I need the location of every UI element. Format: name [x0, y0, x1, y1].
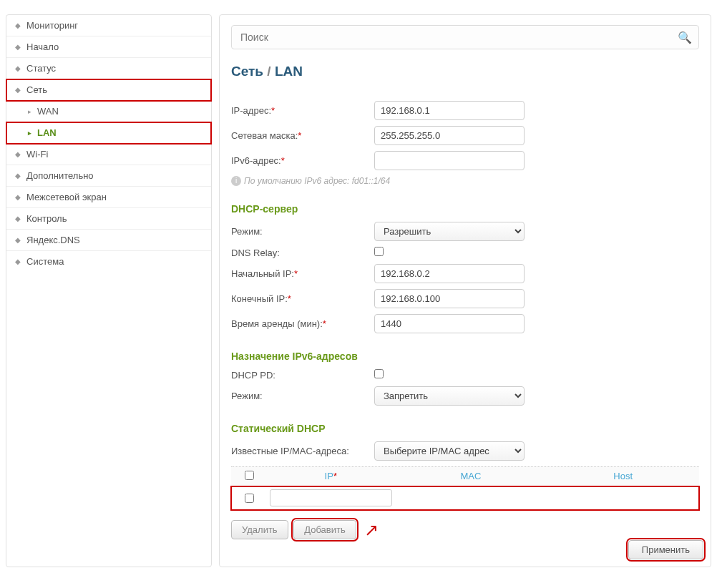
dhcp-pd-label: DHCP PD: — [231, 370, 374, 381]
nav-monitoring[interactable]: ◆Мониторинг — [6, 15, 211, 36]
end-ip-input[interactable] — [374, 289, 525, 308]
row-checkbox[interactable] — [245, 494, 254, 503]
nav-control[interactable]: ◆Контроль — [6, 208, 211, 230]
table-row — [231, 486, 699, 510]
dhcp-title: DHCP-сервер — [231, 203, 699, 215]
dhcp-pd-checkbox[interactable] — [374, 369, 384, 378]
chevron-right-icon: ◆ — [15, 43, 21, 51]
nav-yandex[interactable]: ◆Яндекс.DNS — [6, 230, 211, 251]
chevron-right-icon: ◆ — [15, 64, 21, 72]
ipv6-assign-title: Назначение IPv6-адресов — [231, 351, 699, 362]
dhcp-mode-select[interactable]: Разрешить — [374, 222, 525, 241]
chevron-right-icon: ◆ — [15, 215, 21, 222]
lease-input[interactable] — [374, 314, 525, 333]
nav-firewall[interactable]: ◆Межсетевой экран — [6, 187, 211, 208]
search-input[interactable] — [231, 25, 699, 49]
col-host-header: Host — [547, 467, 699, 486]
dns-relay-checkbox[interactable] — [374, 247, 384, 256]
dns-relay-label: DNS Relay: — [231, 248, 374, 258]
apply-button[interactable]: Применить — [628, 540, 703, 559]
lease-label: Время аренды (мин):* — [231, 318, 374, 329]
end-ip-label: Конечный IP:* — [231, 293, 374, 304]
start-ip-label: Начальный IP:* — [231, 268, 374, 279]
info-icon: i — [231, 176, 241, 186]
ipv6-mode-select[interactable]: Запретить — [374, 386, 525, 406]
breadcrumb: Сеть / LAN — [231, 64, 699, 79]
static-dhcp-title: Статический DHCP — [231, 423, 699, 434]
add-button[interactable]: Добавить — [293, 520, 356, 539]
col-ip-header: IP* — [267, 467, 395, 486]
ipv6-mode-label: Режим: — [231, 391, 374, 401]
col-mac-header: MAC — [395, 467, 547, 486]
ip-label: IP-адрес:* — [231, 105, 374, 116]
chevron-right-icon: ◆ — [15, 193, 21, 201]
mask-label: Сетевая маска:* — [231, 130, 374, 141]
chevron-right-icon: ◆ — [15, 172, 21, 180]
sidebar: ◆Мониторинг ◆Начало ◆Статус ◆Сеть ▸WAN↘ … — [6, 14, 212, 567]
known-addr-label: Известные IP/MAC-адреса: — [231, 446, 374, 456]
chevron-right-icon: ◆ — [15, 86, 21, 94]
annotation-arrow-icon: ↗ — [364, 520, 379, 539]
main-panel: 🔍 Сеть / LAN IP-адрес:* Сетевая маска:* … — [219, 14, 711, 567]
chevron-right-icon: ◆ — [15, 258, 21, 265]
search-icon: 🔍 — [678, 31, 692, 44]
row-ip-input[interactable] — [270, 489, 392, 506]
mask-input[interactable] — [374, 126, 525, 145]
dhcp-mode-label: Режим: — [231, 226, 374, 237]
row-mac-input[interactable] — [398, 489, 545, 505]
nav-wifi[interactable]: ◆Wi-Fi — [6, 144, 211, 165]
nav-lan[interactable]: ▸LAN — [6, 122, 211, 144]
ipv6-hint: iПо умолчанию IPv6 адрес: fd01::1/64 — [231, 176, 699, 186]
ipv6-label: IPv6-адрес:* — [231, 155, 374, 166]
nav-network[interactable]: ◆Сеть — [6, 79, 211, 101]
ipv6-input[interactable] — [374, 151, 525, 170]
nav-wan[interactable]: ▸WAN↘ — [6, 101, 211, 122]
select-all-checkbox[interactable] — [245, 471, 254, 480]
start-ip-input[interactable] — [374, 264, 525, 283]
chevron-right-icon: ◆ — [15, 21, 21, 29]
chevron-right-icon: ◆ — [15, 150, 21, 158]
chevron-right-icon: ◆ — [15, 236, 21, 244]
nav-advanced[interactable]: ◆Дополнительно — [6, 165, 211, 187]
delete-button[interactable]: Удалить — [231, 520, 288, 539]
chevron-right-icon: ▸ — [28, 108, 31, 115]
nav-system[interactable]: ◆Система — [6, 251, 211, 272]
row-host-input[interactable] — [550, 489, 696, 505]
known-addr-select[interactable]: Выберите IP/MAC адрес — [374, 441, 525, 461]
nav-start[interactable]: ◆Начало — [6, 36, 211, 58]
chevron-right-icon: ▸ — [28, 129, 31, 137]
nav-status[interactable]: ◆Статус — [6, 58, 211, 79]
ip-input[interactable] — [374, 101, 525, 120]
static-table-head: IP* MAC Host — [231, 466, 699, 486]
